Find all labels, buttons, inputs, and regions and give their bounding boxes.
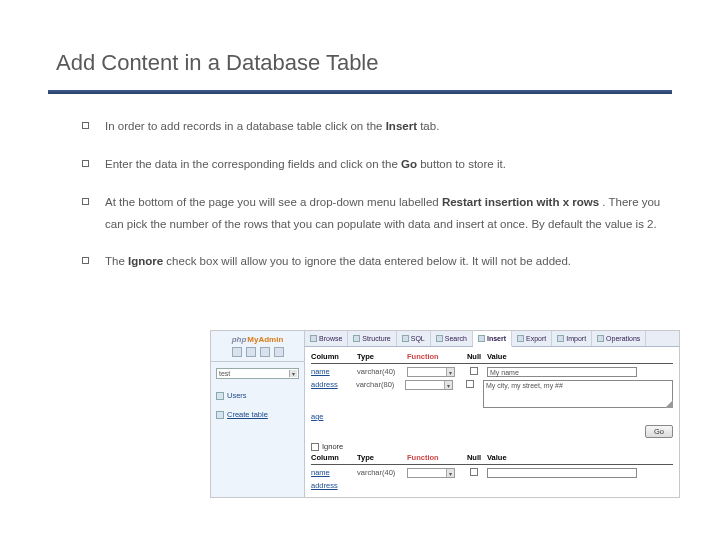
sql-icon[interactable] — [246, 347, 256, 357]
insert-row: name varchar(40) ▾ — [311, 468, 673, 478]
docs-icon[interactable] — [260, 347, 270, 357]
browse-icon — [310, 335, 317, 342]
hdr-null: Null — [461, 352, 487, 361]
tab-label: Import — [566, 335, 586, 342]
import-icon — [557, 335, 564, 342]
hdr-null: Null — [461, 453, 487, 462]
tab-sql[interactable]: SQL — [397, 331, 431, 346]
bullet-bold: Insert — [386, 120, 417, 132]
tab-search[interactable]: Search — [431, 331, 473, 346]
chevron-down-icon: ▾ — [289, 370, 297, 377]
function-select[interactable]: ▾ — [405, 380, 453, 390]
tree-label: Users — [227, 391, 247, 400]
bullet-bold: Restart insertion with x rows — [442, 196, 599, 208]
tab-operations[interactable]: Operations — [592, 331, 646, 346]
col-type: varchar(80) — [356, 380, 405, 389]
bullet-text: check box will allow you to ignore the d… — [163, 255, 571, 267]
tab-label: Export — [526, 335, 546, 342]
insert-row: address varchar(80) ▾ My city, my street… — [311, 380, 673, 408]
insert-row: name varchar(40) ▾ My name — [311, 367, 673, 377]
ignore-label: Ignore — [322, 442, 343, 451]
go-bar: Go — [311, 425, 673, 438]
tab-label: Search — [445, 335, 467, 342]
go-button[interactable]: Go — [645, 425, 673, 438]
tab-structure[interactable]: Structure — [348, 331, 396, 346]
tree-create-table[interactable]: Create table — [216, 408, 299, 421]
reload-icon[interactable] — [274, 347, 284, 357]
bullet-item: At the bottom of the page you will see a… — [82, 192, 672, 236]
database-select-value: test — [217, 370, 230, 377]
col-type: varchar(40) — [357, 468, 407, 477]
col-name: address — [311, 380, 356, 389]
bullet-marker — [82, 198, 89, 205]
hdr-column: Column — [311, 453, 357, 462]
value-input[interactable] — [487, 468, 637, 478]
tab-import[interactable]: Import — [552, 331, 592, 346]
value-input[interactable]: My name — [487, 367, 637, 377]
table-icon — [216, 392, 224, 400]
tab-label: Operations — [606, 335, 640, 342]
value-textarea[interactable]: My city, my street, my ## — [483, 380, 673, 408]
chevron-down-icon: ▾ — [446, 368, 454, 376]
ignore-row: Ignore — [311, 442, 673, 451]
bullet-text: Enter the data in the corresponding fiel… — [105, 158, 401, 170]
bullet-marker — [82, 122, 89, 129]
resize-handle-icon[interactable] — [665, 400, 673, 408]
pma-main: Browse Structure SQL Search Insert Expor… — [305, 331, 679, 497]
pma-tabs: Browse Structure SQL Search Insert Expor… — [305, 331, 679, 347]
database-select[interactable]: test ▾ — [216, 368, 299, 379]
phpmyadmin-screenshot: phpMyAdmin test ▾ Users Create table Bro… — [210, 330, 680, 498]
pma-quick-icons — [211, 347, 304, 362]
bullet-item: Enter the data in the corresponding fiel… — [82, 154, 672, 176]
tab-label: SQL — [411, 335, 425, 342]
bullet-text: tab. — [417, 120, 439, 132]
tab-insert[interactable]: Insert — [473, 331, 512, 347]
sql-tab-icon — [402, 335, 409, 342]
function-select[interactable]: ▾ — [407, 468, 455, 478]
hdr-function: Function — [407, 352, 461, 361]
null-checkbox[interactable] — [466, 380, 474, 388]
logo-myadmin: MyAdmin — [247, 335, 283, 344]
structure-icon — [353, 335, 360, 342]
bullet-bold: Ignore — [128, 255, 163, 267]
null-checkbox[interactable] — [470, 468, 478, 476]
title-rule — [48, 90, 672, 94]
ignore-checkbox[interactable] — [311, 443, 319, 451]
col-name: name — [311, 468, 357, 477]
search-icon — [436, 335, 443, 342]
function-select[interactable]: ▾ — [407, 367, 455, 377]
home-icon[interactable] — [232, 347, 242, 357]
bullet-marker — [82, 160, 89, 167]
hdr-function: Function — [407, 453, 461, 462]
bullet-text: In order to add records in a database ta… — [105, 120, 386, 132]
chevron-down-icon: ▾ — [444, 381, 452, 389]
hdr-type: Type — [357, 352, 407, 361]
bullet-text: button to store it. — [417, 158, 506, 170]
value-text: My name — [490, 369, 519, 376]
operations-icon — [597, 335, 604, 342]
bullet-text: At the bottom of the page you will see a… — [105, 196, 442, 208]
null-checkbox[interactable] — [470, 367, 478, 375]
col-name: name — [311, 367, 357, 376]
pma-logo: phpMyAdmin — [211, 331, 304, 347]
tab-export[interactable]: Export — [512, 331, 552, 346]
pma-sidebar: phpMyAdmin test ▾ Users Create table — [211, 331, 305, 497]
col-name: address — [311, 481, 357, 490]
tab-label: Browse — [319, 335, 342, 342]
chevron-down-icon: ▾ — [446, 469, 454, 477]
bullet-text: The — [105, 255, 128, 267]
insert-icon — [478, 335, 485, 342]
insert-form: Column Type Function Null Value name var… — [305, 347, 679, 498]
hdr-column: Column — [311, 352, 357, 361]
bullet-item: In order to add records in a database ta… — [82, 116, 672, 138]
tab-browse[interactable]: Browse — [305, 331, 348, 346]
pma-tree: Users Create table — [211, 385, 304, 425]
value-text: My city, my street, my ## — [486, 382, 563, 389]
col-type: varchar(40) — [357, 367, 407, 376]
create-icon — [216, 411, 224, 419]
bullet-marker — [82, 257, 89, 264]
insert-row: address — [311, 481, 673, 490]
hdr-value: Value — [487, 352, 673, 361]
tree-table-item[interactable]: Users — [216, 389, 299, 402]
insert-row: age — [311, 412, 673, 421]
